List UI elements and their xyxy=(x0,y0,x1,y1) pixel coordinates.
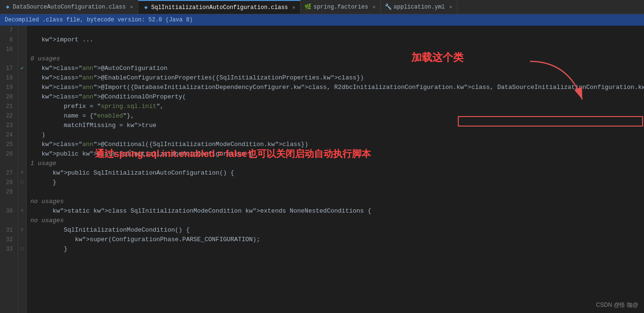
code-line: kw">public kw">class SqlInitializationAu… xyxy=(30,149,644,159)
tab-datasource[interactable]: ◆ DataSourceAutoConfiguration.class ✕ xyxy=(0,0,138,14)
code-line: kw">class="ann">@ConditionalOnProperty( xyxy=(30,92,644,102)
code-line xyxy=(30,26,644,35)
gutter-icon xyxy=(18,140,26,149)
code-line: } xyxy=(30,178,644,187)
line-number xyxy=(4,216,13,225)
gutter-icon: ✔ xyxy=(18,64,26,73)
line-number: 25 xyxy=(4,140,13,149)
tab-label-factories: spring.factories xyxy=(313,4,368,10)
line-number xyxy=(4,54,13,64)
gutter-icon: ▽ xyxy=(18,225,26,235)
gutter-icon xyxy=(18,216,26,225)
tab-close-factories[interactable]: ✕ xyxy=(372,4,376,10)
gutter-icon xyxy=(18,111,26,121)
tab-close-appyml[interactable]: ✕ xyxy=(449,4,453,10)
code-line: kw">super(ConfigurationPhase.PARSE_CONFI… xyxy=(30,235,644,245)
line-number: 21 xyxy=(4,102,13,111)
info-text: Decompiled .class file, bytecode version… xyxy=(5,17,193,23)
tab-factories[interactable]: 🌿 spring.factories ✕ xyxy=(301,0,381,14)
gutter-icon xyxy=(18,130,26,140)
gutter-icon xyxy=(18,159,26,168)
line-number: 19 xyxy=(4,83,13,92)
code-line xyxy=(30,187,644,197)
line-number: 32 xyxy=(4,235,13,245)
class-icon-sqlinit: ◆ xyxy=(143,5,149,10)
tab-sqlinit[interactable]: ◆ SqlInitializationAutoConfiguration.cla… xyxy=(138,0,301,14)
code-line: kw">class="ann">@AutoConfiguration xyxy=(30,64,644,73)
code-line: 8 usages xyxy=(30,54,644,64)
gutter-icon xyxy=(18,54,26,64)
yml-icon: 🔧 xyxy=(386,4,391,10)
line-number: 33 xyxy=(4,245,13,254)
tab-bar: ◆ DataSourceAutoConfiguration.class ✕ ◆ … xyxy=(0,0,644,14)
line-number: 26 xyxy=(4,149,13,159)
line-number: 7 xyxy=(4,26,13,35)
gutter-icon xyxy=(18,187,26,197)
gutter-icon xyxy=(18,92,26,102)
gutter-icon xyxy=(18,149,26,159)
line-number: 16 xyxy=(4,45,13,54)
gutter-icon xyxy=(18,45,26,54)
line-number: 18 xyxy=(4,73,13,83)
code-content[interactable]: kw">import ...8 usages kw">class="ann">@… xyxy=(27,26,644,313)
line-number: 17 xyxy=(4,64,13,73)
factories-icon: 🌿 xyxy=(305,4,311,10)
code-line: kw">class="ann">@Conditional({SqlInitial… xyxy=(30,140,644,149)
tab-label-appyml: application.yml xyxy=(394,4,445,10)
gutter-icon: ▽ xyxy=(18,168,26,178)
tab-label-sqlinit: SqlInitializationAutoConfiguration.class xyxy=(151,4,288,11)
code-line: no usages xyxy=(30,216,644,225)
gutter-icon xyxy=(18,73,26,83)
code-line: } xyxy=(30,245,644,254)
code-line: kw">class="ann">@EnableConfigurationProp… xyxy=(30,73,644,83)
code-line: ) xyxy=(30,130,644,140)
tab-close-sqlinit[interactable]: ✕ xyxy=(292,4,295,10)
code-line: name = {"enabled"}, xyxy=(30,111,644,121)
line-numbers: 78161718192021222324252627282930313233 xyxy=(0,26,18,313)
info-bar: Decompiled .class file, bytecode version… xyxy=(0,14,644,26)
code-line xyxy=(30,45,644,54)
line-number: 31 xyxy=(4,225,13,235)
line-number: 30 xyxy=(4,206,13,216)
line-number xyxy=(4,197,13,206)
code-line: SqlInitializationModeCondition() { xyxy=(30,225,644,235)
code-line: kw">class="ann">@Import({DatabaseInitial… xyxy=(30,83,644,92)
gutter: ✔▽□▽▽□ xyxy=(18,26,27,313)
line-number: 24 xyxy=(4,130,13,140)
tab-appyml[interactable]: 🔧 application.yml ✕ xyxy=(381,0,458,14)
gutter-icon xyxy=(18,83,26,92)
line-number xyxy=(4,159,13,168)
gutter-icon xyxy=(18,197,26,206)
line-number: 20 xyxy=(4,92,13,102)
gutter-icon: □ xyxy=(18,178,26,187)
class-icon-datasource: ◆ xyxy=(5,4,10,10)
gutter-icon xyxy=(18,121,26,130)
gutter-icon: ▽ xyxy=(18,206,26,216)
gutter-icon: □ xyxy=(18,245,26,254)
gutter-icon xyxy=(18,35,26,45)
code-line: kw">public SqlInitializationAutoConfigur… xyxy=(30,168,644,178)
code-line: matchIfMissing = kw">true xyxy=(30,121,644,130)
line-number: 28 xyxy=(4,178,13,187)
code-area: 78161718192021222324252627282930313233 ✔… xyxy=(0,26,644,313)
code-line: kw">import ... xyxy=(30,35,644,45)
line-number: 23 xyxy=(4,121,13,130)
line-number: 8 xyxy=(4,35,13,45)
line-number: 27 xyxy=(4,168,13,178)
gutter-icon xyxy=(18,102,26,111)
line-number: 29 xyxy=(4,187,13,197)
gutter-icon xyxy=(18,26,26,35)
code-line: kw">static kw">class SqlInitializationMo… xyxy=(30,206,644,216)
code-line: no usages xyxy=(30,197,644,206)
tab-label-datasource: DataSourceAutoConfiguration.class xyxy=(13,4,126,10)
code-line: 1 usage xyxy=(30,159,644,168)
line-number: 22 xyxy=(4,111,13,121)
code-line: prefix = "spring.sql.init", xyxy=(30,102,644,111)
gutter-icon xyxy=(18,235,26,245)
tab-close-datasource[interactable]: ✕ xyxy=(130,4,133,10)
